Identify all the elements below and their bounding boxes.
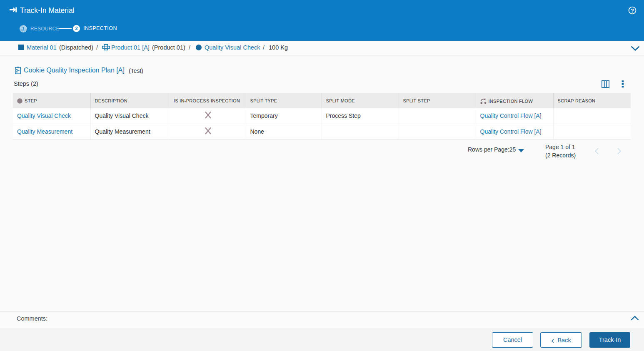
svg-text:?: ? xyxy=(631,7,634,14)
